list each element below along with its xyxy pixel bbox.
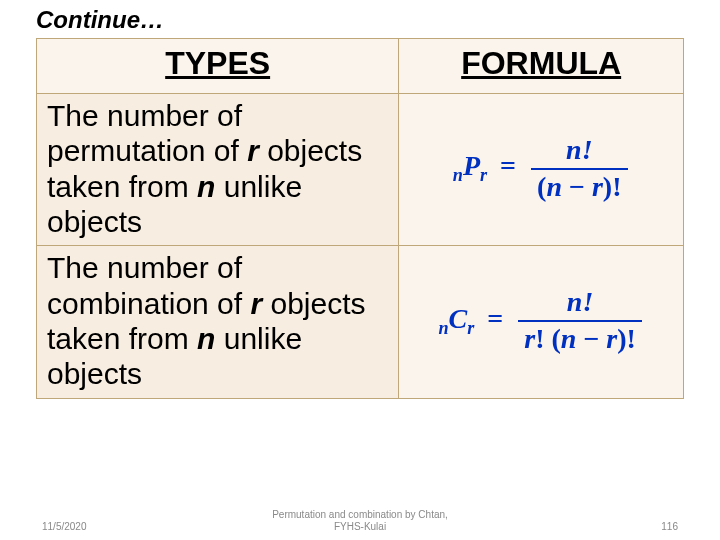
types-var-n: n [197,170,215,203]
types-var-r: r [247,134,259,167]
table-row: The number of permutation of r objects t… [37,93,684,246]
cell-types: The number of combination of r objects t… [37,246,399,399]
types-var-n: n [197,322,215,355]
formula-permutation: nPr = n! (n − r)! [453,150,630,181]
cell-formula: nPr = n! (n − r)! [399,93,684,246]
fraction: n! (n − r)! [531,135,627,203]
fraction: n! r! (n − r)! [518,287,642,355]
types-var-r: r [250,287,262,320]
footer-page-number: 116 [661,521,678,532]
formula-table: TYPES FORMULA The number of permutation … [36,38,684,399]
types-text-pre: The number of permutation of [47,99,247,167]
page-title: Continue… [36,0,684,38]
table-header-row: TYPES FORMULA [37,39,684,94]
cell-formula: nCr = n! r! (n − r)! [399,246,684,399]
footer-center: Permutation and combination by Chtan, FY… [0,509,720,532]
formula-combination: nCr = n! r! (n − r)! [438,303,644,334]
cell-types: The number of permutation of r objects t… [37,93,399,246]
table-row: The number of combination of r objects t… [37,246,684,399]
slide: Continue… TYPES FORMULA The number of pe… [0,0,720,540]
types-text-pre: The number of combination of [47,251,250,319]
header-formula: FORMULA [399,39,684,94]
header-types: TYPES [37,39,399,94]
